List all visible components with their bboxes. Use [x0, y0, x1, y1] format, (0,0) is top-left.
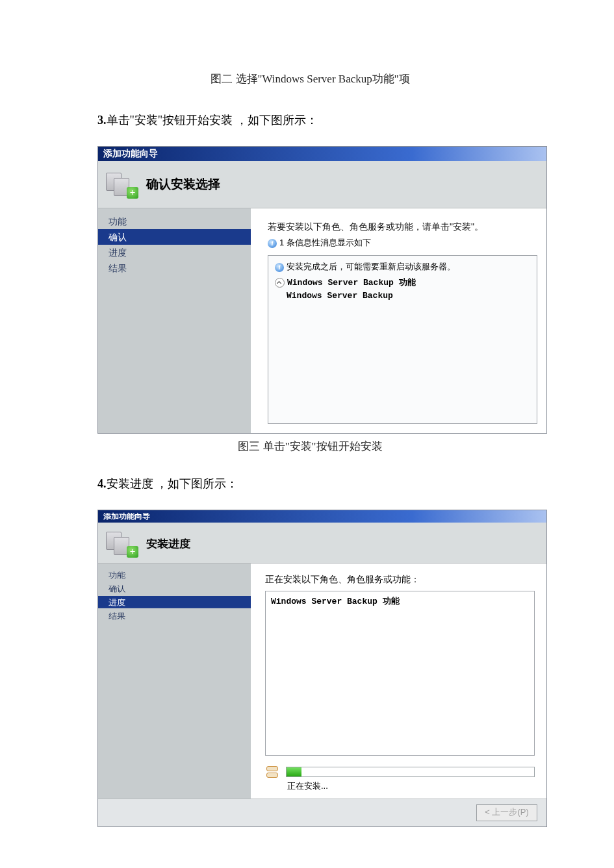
wizard1-content: 若要安装以下角色、角色服务或功能，请单击"安装"。 i1 条信息性消息显示如下 …: [251, 208, 546, 433]
progress-bar-fill: [287, 767, 301, 776]
wizard2-sidebar: 功能 确认 进度 结果: [98, 564, 251, 799]
wizard1-feature: Windows Server Backup 功能: [275, 277, 530, 288]
wizard1-nav-progress[interactable]: 进度: [98, 245, 251, 260]
step-3-num: 3.: [97, 114, 107, 127]
wizard1-header-title: 确认安装选择: [146, 176, 220, 193]
wizard2-nav-confirm[interactable]: 确认: [98, 582, 251, 595]
plus-icon: +: [127, 546, 138, 558]
collapse-icon[interactable]: [275, 278, 285, 288]
wizard2-header: + 安装进度: [98, 524, 546, 563]
wizard2-nav-progress[interactable]: 进度: [98, 596, 251, 608]
plus-icon: +: [127, 187, 138, 199]
wizard1-details-box: i安装完成之后，可能需要重新启动该服务器。 Windows Server Bac…: [268, 255, 537, 424]
wizard1-box-line1-text: 安装完成之后，可能需要重新启动该服务器。: [287, 262, 455, 271]
wizard2-topline: 正在安装以下角色、角色服务或功能：: [265, 574, 535, 586]
step-3-text: 单击"安装"按钮开始安装 ，如下图所示：: [107, 114, 318, 127]
figure-caption-3: 图三 单击"安装"按钮开始安装: [97, 439, 523, 454]
step-4-num: 4.: [97, 477, 107, 490]
step-4-text: 安装进度 ，如下图所示：: [107, 477, 238, 490]
info-icon: i: [268, 239, 277, 248]
wizard2-footer: < 上一步(P): [98, 799, 546, 826]
progress-bar-row: [265, 766, 535, 778]
wizard1-sidebar: 功能 确认 进度 结果: [98, 208, 251, 433]
wizard1-infoline-text: 1 条信息性消息显示如下: [279, 238, 371, 247]
wizard2-header-title: 安装进度: [146, 536, 190, 550]
wizard-install-progress: 添加功能向导 + 安装进度 功能 确认 进度 结果 正在安装以下角色、角色服务或…: [97, 510, 547, 827]
wizard2-nav-features[interactable]: 功能: [98, 569, 251, 581]
wizard2-feature-list: Windows Server Backup 功能: [265, 591, 535, 756]
wizard1-nav-result[interactable]: 结果: [98, 260, 251, 276]
wizard1-feature-text: Windows Server Backup 功能: [287, 278, 416, 288]
wizard1-infoline: i1 条信息性消息显示如下: [268, 236, 537, 255]
wizard2-nav-result[interactable]: 结果: [98, 610, 251, 622]
wizard2-content: 正在安装以下角色、角色服务或功能： Windows Server Backup …: [251, 564, 546, 799]
wizard-icon: +: [106, 171, 137, 197]
info-icon: i: [275, 263, 284, 272]
progress-bar: [286, 767, 535, 777]
wizard1-nav-confirm[interactable]: 确认: [98, 229, 251, 245]
wizard1-box-line1: i安装完成之后，可能需要重新启动该服务器。: [275, 261, 530, 273]
progress-bar-label: 正在安装...: [287, 780, 535, 792]
step-3: 3.单击"安装"按钮开始安装 ，如下图所示：: [97, 112, 523, 128]
back-button[interactable]: < 上一步(P): [476, 804, 537, 821]
wizard1-header: + 确认安装选择: [98, 161, 546, 208]
wizard1-feature-sub: Windows Server Backup: [287, 291, 530, 301]
wizard1-nav-features[interactable]: 功能: [98, 214, 251, 229]
wizard2-titlebar: 添加功能向导: [98, 510, 546, 523]
wizard2-feature: Windows Server Backup 功能: [271, 595, 529, 607]
wizard1-topline: 若要安装以下角色、角色服务或功能，请单击"安装"。: [268, 217, 537, 236]
step-4: 4.安装进度 ，如下图所示：: [97, 476, 523, 491]
wizard1-titlebar: 添加功能向导: [98, 147, 546, 161]
figure-caption-2: 图二 选择"Windows Server Backup功能"项: [97, 71, 523, 86]
progress-spinner-icon: [265, 766, 279, 778]
wizard-confirm-install: 添加功能向导 + 确认安装选择 功能 确认 进度 结果 若要安装以下角色、角色服…: [97, 146, 547, 434]
wizard-icon: +: [106, 530, 137, 556]
